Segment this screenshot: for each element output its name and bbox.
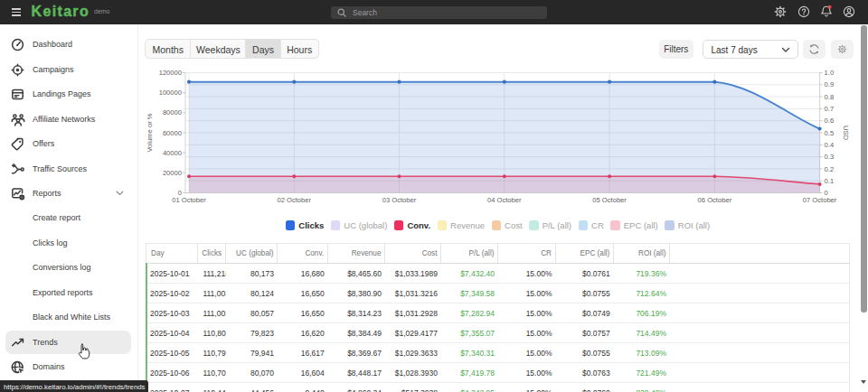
svg-text:0.3: 0.3 [825, 153, 835, 161]
svg-text:20000: 20000 [163, 169, 182, 177]
svg-text:07 October: 07 October [803, 196, 837, 204]
svg-text:0.2: 0.2 [825, 165, 835, 173]
svg-text:05 October: 05 October [592, 196, 627, 204]
svg-text:USD: USD [842, 126, 850, 141]
svg-text:0.7: 0.7 [825, 105, 835, 113]
svg-text:40000: 40000 [163, 149, 182, 157]
svg-text:1.0: 1.0 [825, 69, 835, 77]
svg-text:06 October: 06 October [698, 196, 732, 204]
svg-text:04 October: 04 October [487, 196, 522, 204]
svg-text:03 October: 03 October [382, 196, 417, 204]
svg-text:0.9: 0.9 [825, 80, 835, 89]
svg-text:120000: 120000 [159, 69, 182, 77]
svg-text:0.6: 0.6 [825, 117, 835, 125]
svg-text:Volume or %: Volume or % [146, 113, 154, 152]
svg-text:100000: 100000 [159, 89, 182, 97]
svg-text:01 October: 01 October [172, 196, 206, 204]
svg-text:60000: 60000 [163, 129, 182, 137]
svg-text:02 October: 02 October [278, 196, 312, 204]
svg-text:0.5: 0.5 [825, 129, 835, 137]
svg-text:0.4: 0.4 [825, 141, 835, 149]
svg-text:80000: 80000 [163, 108, 182, 117]
svg-text:0.1: 0.1 [825, 177, 835, 185]
svg-text:0.8: 0.8 [825, 93, 835, 101]
